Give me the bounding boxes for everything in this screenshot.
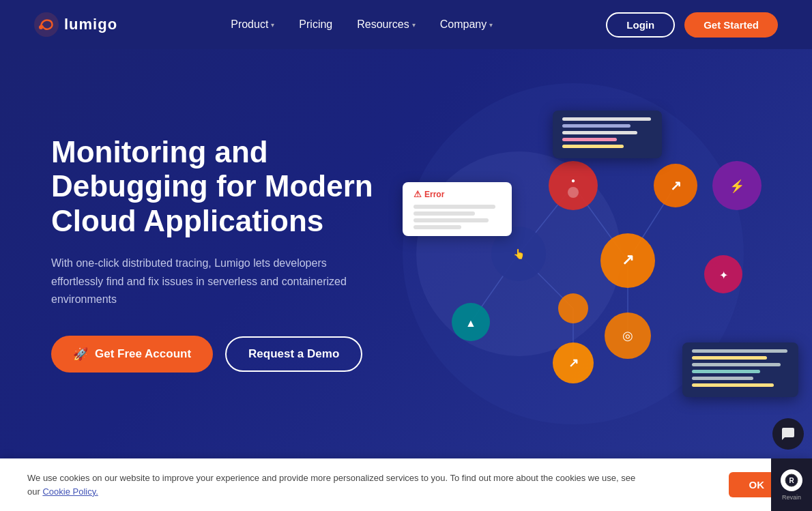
error-card-lines [414, 205, 501, 229]
cookie-banner: We use cookies on our website to improve… [0, 458, 812, 511]
nav-item-resources[interactable]: Resources ▾ [357, 18, 415, 31]
svg-point-21 [558, 293, 588, 323]
hero-content: Monitoring and Debugging for Modern Clou… [0, 135, 382, 373]
revain-inner: R Revain [781, 469, 802, 501]
code-line-4 [562, 138, 617, 141]
svg-text:✦: ✦ [719, 269, 728, 281]
cookie-policy-link[interactable]: Cookie Policy. [42, 486, 98, 497]
navbar: lumigo Product ▾ Pricing Resources ▾ Com… [0, 0, 812, 49]
code-card-top [553, 111, 662, 158]
get-started-button[interactable]: Get Started [684, 12, 778, 38]
svg-point-0 [34, 12, 59, 37]
code-line-1 [562, 117, 651, 121]
svg-text:👆: 👆 [513, 248, 525, 260]
nav-item-product[interactable]: Product ▾ [231, 18, 274, 31]
error-line-4 [414, 225, 461, 229]
chat-icon [780, 426, 796, 442]
hero-section: Monitoring and Debugging for Modern Clou… [0, 49, 812, 458]
hero-subtitle: With one-click distributed tracing, Lumi… [51, 254, 379, 308]
svg-text:◎: ◎ [622, 329, 633, 342]
svg-line-3 [573, 186, 628, 261]
rocket-icon: 🚀 [73, 347, 88, 362]
cookie-text-before: We use cookies on our website to improve… [27, 473, 635, 497]
svg-text:▲: ▲ [465, 317, 476, 329]
svg-point-9 [600, 233, 655, 288]
revain-widget[interactable]: R Revain [771, 458, 812, 511]
logo-wordmark: lumigo [64, 16, 117, 33]
chat-widget-button[interactable] [772, 418, 804, 450]
resources-chevron-icon: ▾ [412, 21, 416, 29]
error-line-2 [414, 211, 475, 216]
revain-logo-icon: R [785, 473, 798, 487]
hero-buttons: 🚀 Get Free Account Request a Demo [51, 336, 382, 373]
cookie-text: We use cookies on our website to improve… [27, 471, 641, 498]
request-demo-button[interactable]: Request a Demo [225, 336, 362, 372]
svg-point-24 [704, 255, 742, 293]
code-line-b5 [692, 377, 753, 380]
svg-point-17 [605, 312, 651, 359]
error-line-1 [414, 205, 495, 209]
logo-icon [34, 12, 59, 37]
svg-text:R: R [789, 477, 794, 484]
svg-point-22 [712, 161, 762, 210]
svg-point-28 [568, 187, 579, 198]
nav-links: Product ▾ Pricing Resources ▾ Company ▾ [231, 18, 493, 31]
svg-text:↗: ↗ [568, 356, 579, 370]
revain-icon: R [781, 469, 802, 491]
code-line-3 [562, 131, 637, 134]
nav-actions: Login Get Started [606, 12, 778, 38]
nav-item-company[interactable]: Company ▾ [440, 18, 493, 31]
svg-text:●: ● [571, 177, 575, 184]
svg-line-4 [471, 254, 519, 322]
code-card-bottom [682, 342, 798, 397]
svg-point-11 [654, 164, 697, 207]
error-card-title: ⚠ Error [414, 189, 501, 199]
code-line-b3 [692, 363, 781, 366]
svg-text:↗: ↗ [622, 251, 634, 268]
error-line-3 [414, 218, 489, 222]
login-button[interactable]: Login [606, 12, 675, 38]
svg-text:↗: ↗ [670, 178, 682, 193]
svg-line-6 [628, 186, 676, 261]
get-free-account-label: Get Free Account [95, 347, 191, 361]
code-line-5 [562, 145, 624, 148]
code-line-2 [562, 124, 630, 128]
code-line-b6 [692, 383, 774, 387]
revain-label: Revain [782, 494, 801, 501]
hero-illustration: ↗ ↗ 👆 ↗ ◎ ▲ ⚡ ✦ [362, 49, 812, 458]
get-free-account-button[interactable]: 🚀 Get Free Account [51, 336, 213, 373]
product-chevron-icon: ▾ [271, 21, 274, 29]
svg-point-19 [452, 303, 490, 341]
nav-item-pricing[interactable]: Pricing [299, 18, 332, 31]
code-line-b1 [692, 349, 787, 353]
error-card: ⚠ Error [403, 182, 512, 236]
logo[interactable]: lumigo [34, 12, 117, 37]
company-chevron-icon: ▾ [489, 21, 493, 29]
svg-point-15 [553, 342, 594, 383]
code-line-b2 [692, 356, 767, 360]
svg-line-5 [519, 254, 573, 308]
code-line-b4 [692, 370, 760, 373]
svg-point-26 [549, 161, 598, 210]
hero-title: Monitoring and Debugging for Modern Clou… [51, 135, 382, 239]
svg-line-2 [519, 186, 573, 254]
svg-point-1 [39, 25, 43, 29]
svg-text:⚡: ⚡ [729, 179, 745, 194]
